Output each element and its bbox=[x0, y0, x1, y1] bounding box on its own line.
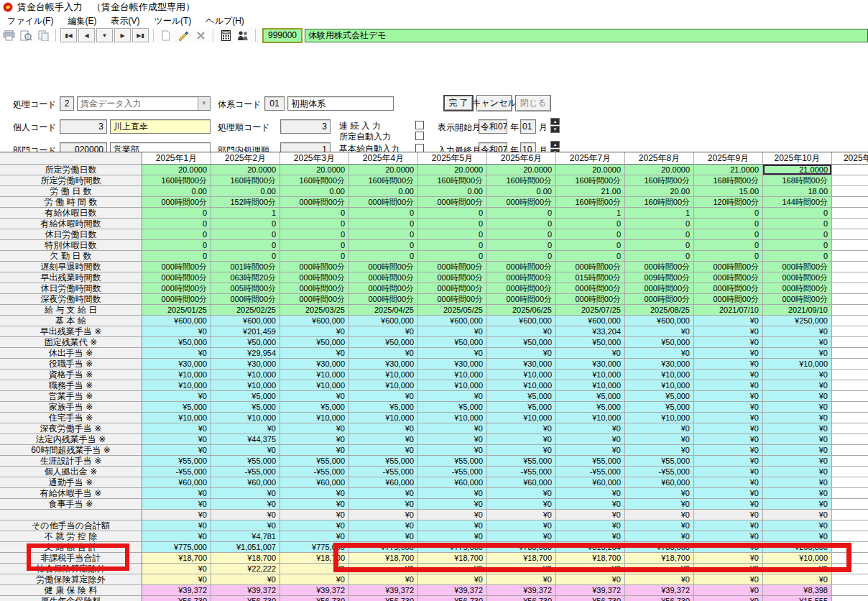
table-cell[interactable]: 0 bbox=[487, 240, 556, 251]
table-cell[interactable] bbox=[832, 208, 868, 219]
table-cell[interactable]: ¥0 bbox=[280, 510, 349, 520]
table-cell[interactable]: 000時間00分 bbox=[694, 294, 763, 305]
table-cell[interactable]: ¥0 bbox=[556, 434, 625, 445]
table-cell[interactable]: ¥780,000 bbox=[487, 542, 556, 553]
table-cell[interactable]: ¥0 bbox=[211, 574, 280, 585]
table-cell[interactable]: ¥60,000 bbox=[142, 477, 211, 488]
table-cell[interactable]: 0.00 bbox=[142, 186, 211, 197]
continuous-input-checkbox[interactable] bbox=[415, 121, 424, 129]
table-cell[interactable]: ¥0 bbox=[211, 520, 280, 531]
print-icon[interactable] bbox=[1, 29, 17, 42]
table-cell[interactable]: 160時間00分 bbox=[211, 175, 280, 186]
table-cell[interactable]: ¥0 bbox=[280, 445, 349, 456]
table-cell[interactable] bbox=[832, 197, 868, 208]
table-cell[interactable]: 000時間00分 bbox=[763, 262, 832, 272]
system-name-field[interactable]: 初期体系 bbox=[287, 96, 394, 111]
table-cell[interactable] bbox=[832, 262, 868, 272]
table-cell[interactable]: ¥56,730 bbox=[142, 596, 211, 601]
table-cell[interactable]: ¥18,700 bbox=[487, 553, 556, 564]
table-cell[interactable]: -¥55,000 bbox=[211, 467, 280, 477]
table-cell[interactable]: ¥775,000 bbox=[349, 542, 418, 553]
table-cell[interactable]: ¥0 bbox=[556, 531, 625, 542]
nav-next-button[interactable]: ▶ bbox=[114, 28, 131, 42]
table-cell[interactable]: 009時間00分 bbox=[625, 272, 694, 283]
table-cell[interactable]: ¥0 bbox=[694, 326, 763, 337]
table-cell[interactable]: 160時間00分 bbox=[556, 175, 625, 186]
table-cell[interactable]: ¥0 bbox=[625, 499, 694, 510]
table-cell[interactable]: ¥0 bbox=[418, 326, 487, 337]
table-cell[interactable]: ¥55,000 bbox=[418, 456, 487, 467]
table-cell[interactable]: ¥56,730 bbox=[280, 596, 349, 601]
table-cell[interactable]: ¥50,000 bbox=[349, 337, 418, 348]
table-cell[interactable]: ¥0 bbox=[556, 499, 625, 510]
process-order-field[interactable]: 3 bbox=[280, 119, 331, 134]
table-cell[interactable]: 2025/04/25 bbox=[349, 305, 418, 316]
table-cell[interactable]: ¥30,000 bbox=[625, 359, 694, 370]
copy-icon[interactable] bbox=[35, 29, 51, 42]
table-cell[interactable]: 000時間00分 bbox=[418, 272, 487, 283]
table-cell[interactable] bbox=[832, 488, 868, 499]
table-cell[interactable]: ¥55,000 bbox=[280, 456, 349, 467]
table-cell[interactable]: ¥10,000 bbox=[142, 380, 211, 391]
display-start-spinner[interactable]: ▲▼ bbox=[550, 118, 560, 133]
table-cell[interactable]: 2025/03/25 bbox=[280, 305, 349, 316]
table-cell[interactable]: ¥0 bbox=[763, 467, 832, 477]
table-cell[interactable]: ¥0 bbox=[625, 574, 694, 585]
table-cell[interactable]: ¥18,700 bbox=[625, 553, 694, 564]
table-cell[interactable]: ¥0 bbox=[487, 326, 556, 337]
table-cell[interactable] bbox=[832, 283, 868, 294]
table-cell[interactable]: ¥10,000 bbox=[487, 370, 556, 380]
table-cell[interactable]: -¥55,000 bbox=[487, 467, 556, 477]
table-cell[interactable]: 20.0000 bbox=[418, 165, 487, 175]
table-cell[interactable] bbox=[832, 423, 868, 434]
table-cell[interactable]: 000時間00分 bbox=[625, 283, 694, 294]
table-cell[interactable]: ¥0 bbox=[418, 574, 487, 585]
table-cell[interactable]: ¥0 bbox=[211, 488, 280, 499]
delete-icon[interactable] bbox=[193, 29, 208, 42]
table-cell[interactable]: ¥10,000 bbox=[280, 370, 349, 380]
table-cell[interactable]: 0 bbox=[418, 229, 487, 240]
table-cell[interactable]: 0 bbox=[142, 251, 211, 262]
table-cell[interactable]: ¥0 bbox=[763, 499, 832, 510]
table-cell[interactable] bbox=[832, 165, 868, 175]
table-cell[interactable]: ¥0 bbox=[694, 456, 763, 467]
table-cell[interactable]: ¥0 bbox=[280, 574, 349, 585]
table-cell[interactable]: ¥0 bbox=[694, 337, 763, 348]
table-cell[interactable]: ¥15,555 bbox=[763, 596, 832, 601]
table-cell[interactable]: 000時間00分 bbox=[556, 262, 625, 272]
table-cell[interactable]: 000時間00分 bbox=[142, 283, 211, 294]
table-cell[interactable] bbox=[832, 402, 868, 413]
table-cell[interactable] bbox=[832, 510, 868, 520]
table-cell[interactable]: ¥0 bbox=[694, 359, 763, 370]
table-cell[interactable]: ¥0 bbox=[694, 553, 763, 564]
table-cell[interactable]: ¥0 bbox=[625, 488, 694, 499]
table-cell[interactable]: ¥0 bbox=[142, 423, 211, 434]
table-cell[interactable] bbox=[832, 272, 868, 283]
table-cell[interactable]: ¥0 bbox=[763, 434, 832, 445]
table-cell[interactable] bbox=[832, 553, 868, 564]
table-cell[interactable]: ¥0 bbox=[487, 348, 556, 359]
table-cell[interactable]: 000時間00分 bbox=[487, 294, 556, 305]
calculator-icon[interactable] bbox=[218, 29, 234, 42]
table-cell[interactable] bbox=[832, 251, 868, 262]
table-cell[interactable]: 0 bbox=[556, 240, 625, 251]
table-cell[interactable]: ¥10,000 bbox=[556, 370, 625, 380]
table-cell[interactable]: ¥0 bbox=[349, 488, 418, 499]
table-cell[interactable]: ¥0 bbox=[763, 477, 832, 488]
table-cell[interactable]: 000時間00分 bbox=[142, 294, 211, 305]
table-cell[interactable]: ¥50,000 bbox=[280, 337, 349, 348]
table-cell[interactable]: ¥56,730 bbox=[211, 596, 280, 601]
table-cell[interactable]: ¥60,000 bbox=[418, 477, 487, 488]
table-cell[interactable]: ¥813,204 bbox=[556, 542, 625, 553]
table-cell[interactable]: ¥0 bbox=[280, 348, 349, 359]
table-cell[interactable]: ¥5,000 bbox=[211, 391, 280, 402]
table-cell[interactable]: 000時間00分 bbox=[280, 294, 349, 305]
table-cell[interactable]: ¥5,000 bbox=[625, 391, 694, 402]
table-cell[interactable]: ¥250,000 bbox=[763, 316, 832, 326]
table-cell[interactable] bbox=[832, 596, 868, 601]
table-cell[interactable]: ¥56,730 bbox=[487, 596, 556, 601]
system-code-field[interactable]: 01 bbox=[264, 96, 285, 111]
table-cell[interactable]: ¥0 bbox=[763, 370, 832, 380]
table-cell[interactable]: 0.00 bbox=[418, 186, 487, 197]
table-cell[interactable]: ¥0 bbox=[694, 531, 763, 542]
